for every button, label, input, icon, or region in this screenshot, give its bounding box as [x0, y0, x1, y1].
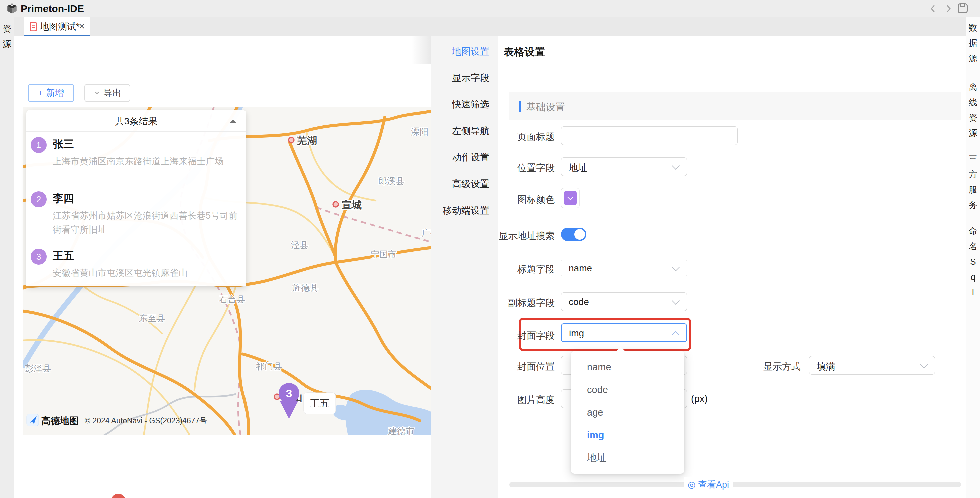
item-name: 李四 [53, 191, 74, 206]
location-field-label: 位置字段 [481, 162, 555, 174]
rail-item-resources[interactable]: 资 源 [0, 21, 14, 52]
district-label: 溧阳 [411, 127, 428, 137]
subtitle-field-value: code [569, 297, 589, 307]
item-address: 上海市黄浦区南京东路街道上海来福士广场 [53, 154, 240, 168]
dropdown-option-name[interactable]: name [571, 356, 684, 378]
settings-menu-item-advanced[interactable]: 高级设置 [452, 177, 489, 191]
toolbar-edge-shade [411, 36, 431, 64]
app-logo-icon [6, 3, 18, 15]
title-field-label: 标题字段 [481, 263, 555, 276]
item-index-badge: 3 [31, 249, 47, 265]
district-label: 宁国市 [371, 249, 396, 259]
cover-field-select[interactable]: img [561, 324, 687, 342]
attribution-brand: 高德地图 [41, 416, 79, 426]
settings-menu-item-mobile[interactable]: 移动端设置 [442, 204, 489, 217]
primeton-ide-window: Primeton-IDE 资 源 数 据 源 离 线 资 源 三 方 服 务 命… [0, 0, 980, 498]
settings-menu-item-map[interactable]: 地图设置 [452, 45, 489, 58]
rail-item-datasource[interactable]: 数 据 源 [966, 20, 980, 66]
section-accent-bar [519, 101, 521, 112]
subtitle-field-select[interactable]: code [561, 292, 687, 311]
save-icon[interactable] [957, 2, 969, 14]
tab-bar [14, 17, 966, 36]
rail-divider [968, 216, 978, 216]
app-title: Primeton-IDE [21, 2, 84, 15]
item-name: 王五 [53, 249, 74, 263]
view-api-icon: ◎ [688, 480, 696, 490]
cover-field-dropdown: name code age img 地址 [571, 351, 684, 474]
rail-item-offline-resources[interactable]: 离 线 资 源 [966, 79, 980, 141]
page-title-input[interactable] [561, 126, 738, 145]
item-index-badge: 2 [31, 191, 47, 207]
chevron-down-icon [672, 297, 680, 305]
red-pin-partial [111, 494, 126, 498]
list-item[interactable]: 2 李四 江苏省苏州市姑苏区沧浪街道西善长巷5号司前街看守所旧址 [26, 186, 246, 243]
dropdown-option-img[interactable]: img [571, 423, 684, 446]
icon-color-picker[interactable] [561, 188, 580, 208]
results-summary: 共3条结果 [26, 115, 246, 128]
add-button[interactable]: +新增 [28, 84, 74, 102]
location-field-select[interactable]: 地址 [561, 157, 687, 176]
item-name: 张三 [53, 137, 74, 152]
city-dot [288, 137, 294, 143]
item-address: 安徽省黄山市屯溪区屯光镇麻雀山 [53, 266, 240, 280]
panel-bottom-scrollbar[interactable] [509, 482, 961, 487]
dropdown-option-code[interactable]: code [571, 378, 684, 401]
rail-item-third-party-services[interactable]: 三 方 服 务 [966, 151, 980, 213]
image-height-label: 图片高度 [481, 394, 555, 406]
results-panel: 共3条结果 1 张三 上海市黄浦区南京东路街道上海来福士广场 2 李四 江苏省苏… [26, 110, 246, 286]
map-pin-label[interactable]: 王五 [304, 393, 336, 414]
dropdown-option-address[interactable]: 地址 [571, 446, 684, 469]
display-mode-select[interactable]: 填满 [809, 356, 935, 375]
city-label: 芜湖 [296, 135, 317, 146]
results-header[interactable]: 共3条结果 [26, 110, 246, 132]
view-api-link[interactable]: ◎ 查看Api [684, 477, 733, 492]
left-rail: 资 源 [0, 17, 14, 498]
rail-item-named-sql[interactable]: 命 名 S q l [966, 223, 980, 300]
editor-toolbar: 低开表单 默 [14, 36, 431, 64]
title-field-value: name [569, 263, 592, 274]
dropdown-option-age[interactable]: age [571, 401, 684, 423]
city-label: 宣城 [342, 199, 361, 210]
nav-back-icon[interactable] [928, 4, 938, 14]
district-label: 建德市 [388, 426, 414, 435]
district-label: 石台县 [219, 294, 245, 305]
list-item[interactable]: 3 王五 安徽省黄山市屯溪区屯光镇麻雀山 [26, 243, 246, 286]
cover-field-label: 封面字段 [481, 329, 555, 342]
item-address: 江苏省苏州市姑苏区沧浪街道西善长巷5号司前街看守所旧址 [53, 209, 240, 237]
settings-menu-item-display-fields[interactable]: 显示字段 [452, 71, 489, 85]
export-button[interactable]: 导出 [84, 84, 130, 102]
document-icon [29, 22, 37, 32]
district-label: 广德市 [422, 228, 431, 238]
district-label: 旌德县 [292, 283, 318, 293]
collapse-caret-icon[interactable] [230, 119, 236, 123]
chevron-down-icon [920, 360, 928, 368]
district-label: 彭泽县 [25, 363, 51, 373]
rail-divider [968, 144, 978, 144]
plus-icon: + [38, 88, 43, 98]
map-pin-number: 3 [286, 387, 292, 400]
chevron-down-icon [672, 263, 680, 271]
settings-panel-title: 表格设置 [504, 45, 545, 59]
page-bottom-divider [14, 492, 431, 492]
settings-menu-item-quick-filter[interactable]: 快速筛选 [452, 98, 489, 111]
tab-label: 地图测试* [40, 21, 80, 32]
title-field-select[interactable]: name [561, 259, 687, 278]
tab-close-icon[interactable]: × [79, 19, 85, 33]
item-index-badge: 1 [31, 137, 47, 153]
download-icon [94, 90, 101, 97]
add-button-label: 新增 [46, 88, 64, 98]
map-pin-label-text: 王五 [310, 398, 329, 409]
show-address-search-toggle[interactable] [561, 228, 586, 241]
chevron-up-icon [671, 331, 679, 339]
view-api-label: 查看Api [698, 480, 729, 490]
city-dot [333, 201, 338, 207]
title-bar: Primeton-IDE [0, 0, 980, 17]
location-field-value: 地址 [569, 162, 587, 174]
basic-settings-section [509, 92, 961, 121]
display-mode-value: 填满 [816, 360, 835, 373]
list-item[interactable]: 1 张三 上海市黄浦区南京东路街道上海来福士广场 [26, 132, 246, 186]
nav-forward-icon[interactable] [943, 4, 953, 14]
page-title-label: 页面标题 [481, 131, 555, 143]
chevron-down-icon [568, 195, 573, 200]
color-swatch [564, 191, 577, 205]
